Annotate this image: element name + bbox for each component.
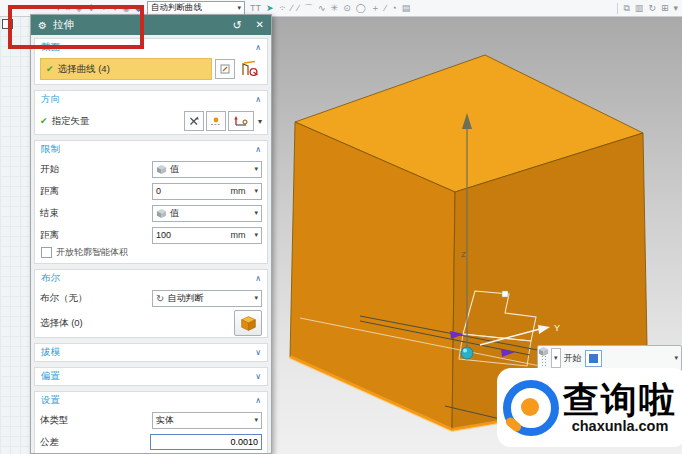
minibar-caret-icon: ▾ [554, 354, 558, 362]
end-label: 结束 [40, 207, 59, 220]
select-body-button[interactable] [234, 310, 262, 336]
crossed-arrows-icon [188, 115, 200, 127]
group-offset-header[interactable]: 偏置 ∨ [35, 368, 267, 385]
group-draft-header[interactable]: 拔模 ∨ [35, 344, 267, 361]
end-option-dropdown[interactable]: 值 ▾ [152, 205, 262, 222]
inferred-vector-button[interactable] [184, 111, 204, 131]
select-curve-row: ✔ 选择曲线 (4) [40, 58, 262, 80]
end-distance-field[interactable]: 100 mm ▾ [152, 227, 262, 244]
extrude-dialog-header[interactable]: ⚙ 拉伸 ↺ ✕ [31, 15, 271, 35]
value-cube-icon [156, 208, 167, 219]
tolerance-label: 公差 [40, 436, 59, 449]
lattice-icon[interactable]: ⁘ [100, 4, 108, 13]
line-icon[interactable]: ∕ [291, 4, 293, 13]
grid-window-icon[interactable]: ⊞ [661, 4, 669, 13]
group-draft-title: 拔模 [41, 346, 60, 359]
chevron-down-icon[interactable]: ∨ [255, 372, 261, 381]
reset-button[interactable]: ↺ [232, 20, 241, 31]
watermark-logo-icon [503, 380, 559, 436]
vector-dropdown-caret-icon[interactable]: ▾ [258, 117, 262, 126]
end-distance-value: 100 [156, 230, 171, 240]
origin-marker [502, 291, 508, 297]
refresh-icon[interactable]: ↻ [648, 4, 656, 13]
start-distance-field[interactable]: 0 mm ▾ [152, 183, 262, 200]
snap-diamond-icon[interactable]: ◈ [76, 4, 83, 13]
origin-drag-handle[interactable] [461, 347, 473, 359]
close-button[interactable]: ✕ [256, 20, 264, 30]
slash-icon[interactable]: ∕ [385, 4, 387, 13]
arc-icon[interactable]: ⌒ [304, 4, 313, 13]
chevron-up-icon[interactable]: ∧ [255, 145, 261, 154]
plus-snap-icon[interactable]: ＋ [371, 4, 380, 13]
sketch-section-button[interactable] [238, 58, 262, 80]
chevron-up-icon[interactable]: ∧ [255, 396, 261, 405]
circle-icon[interactable]: ◯ [356, 4, 366, 13]
chevron-up-icon[interactable]: ∧ [255, 43, 261, 52]
group-direction: 方向 ∧ ✔ 指定矢量 [34, 90, 268, 135]
circle-center-icon[interactable]: ⊙ [343, 4, 351, 13]
boolean-dropdown[interactable]: ↻ 自动判断 ▾ [152, 290, 262, 307]
start-limit-option-button[interactable]: ▾ [551, 348, 561, 368]
tolerance-input[interactable] [150, 434, 262, 450]
end-dropdown-icon[interactable]: ▾ [673, 4, 678, 13]
point-cloud-icon[interactable]: ⁘ [278, 4, 286, 13]
start-label: 开始 [40, 163, 59, 176]
magnifier-lens-icon [521, 398, 539, 416]
end-option-value: 值 [170, 207, 179, 220]
move-icon[interactable]: ✥ [88, 4, 96, 13]
check-icon: ✔ [46, 64, 54, 74]
boolean-label: 布尔（无） [40, 292, 88, 305]
group-boolean-title: 布尔 [41, 272, 60, 285]
two-points-snap-icon[interactable]: TT [250, 4, 261, 13]
asterisk-snap-icon[interactable]: ✳ [331, 4, 339, 13]
body-type-dropdown[interactable]: 实体 ▾ [152, 412, 262, 429]
group-settings-header[interactable]: 设置 ∧ [35, 392, 267, 409]
specify-vector-label: 指定矢量 [52, 115, 90, 128]
group-draft: 拔模 ∨ [34, 343, 268, 362]
group-section-header[interactable]: 截面 ∧ [35, 39, 267, 56]
start-option-dropdown[interactable]: 值 ▾ [152, 161, 262, 178]
minibar-value-field[interactable] [585, 350, 602, 367]
line2-icon[interactable]: ∕ [298, 4, 300, 13]
dialog-title: 拉伸 [53, 18, 74, 32]
tolerance-row: 公差 [35, 431, 267, 453]
quadrant-icon[interactable]: ◔ [391, 4, 396, 13]
dialog-body: 截面 ∧ ✔ 选择曲线 (4) [31, 35, 271, 454]
snap-grid-icon[interactable]: ⌗ [66, 4, 71, 13]
end-distance-label: 距离 [40, 229, 59, 242]
chevron-up-icon[interactable]: ∧ [255, 274, 261, 283]
minibar-dropdown-caret-icon[interactable]: ▾ [674, 354, 678, 362]
group-boolean-header[interactable]: 布尔 ∧ [35, 270, 267, 287]
select-curve-label: 选择曲线 (4) [58, 63, 110, 76]
chevron-down-icon[interactable]: ∨ [255, 348, 261, 357]
group-limits-header[interactable]: 限制 ∧ [35, 141, 267, 158]
list-icon[interactable]: ▤ [402, 4, 411, 13]
group-limits: 限制 ∧ 开始 值 ▾ 距离 0 [34, 140, 268, 264]
arrow-snap-icon[interactable]: ➤ [266, 4, 274, 13]
toolbar-dropdown-icon[interactable]: ▾ [56, 4, 61, 13]
point-vector-button[interactable] [206, 111, 226, 131]
vector-dialog-button[interactable] [228, 111, 254, 131]
point-dialog-button[interactable] [215, 59, 235, 79]
point-dialog-icon [219, 63, 231, 75]
start-distance-label: 距离 [40, 185, 59, 198]
lattice-dropdown-icon[interactable]: ▾ [113, 4, 118, 13]
sphere-icon[interactable]: ◉ [122, 4, 130, 13]
value-cube-icon [538, 346, 549, 357]
panel-icon[interactable]: ▥ [635, 4, 644, 13]
open-profile-checkbox[interactable] [41, 247, 52, 258]
chevron-up-icon[interactable]: ∧ [255, 95, 261, 104]
cube-icon[interactable]: ◆ [135, 4, 142, 13]
boolean-row: 布尔（无） ↻ 自动判断 ▾ [35, 287, 267, 309]
end-distance-row: 距离 100 mm ▾ [35, 224, 267, 246]
curve-rule-combobox[interactable]: 自动判断曲线 ▾ [147, 1, 245, 15]
select-curve-field[interactable]: ✔ 选择曲线 (4) [40, 58, 212, 80]
nx-application-window: ▾ ⌗ ◈ ✥ ⁘ ▾ ◉ ◆ 自动判断曲线 ▾ TT ➤ ⁘ ∕ ∕ ⌒ ∿ … [0, 0, 682, 454]
window-overlay-icon[interactable]: ⧉ [623, 4, 629, 13]
curve-rule-value: 自动判断曲线 [151, 2, 202, 14]
start-distance-row: 距离 0 mm ▾ [35, 180, 267, 202]
spline-icon[interactable]: ∿ [318, 4, 326, 13]
group-direction-header[interactable]: 方向 ∧ [35, 91, 267, 108]
body-type-row: 体类型 实体 ▾ [35, 409, 267, 431]
end-distance-unit: mm [230, 230, 245, 240]
